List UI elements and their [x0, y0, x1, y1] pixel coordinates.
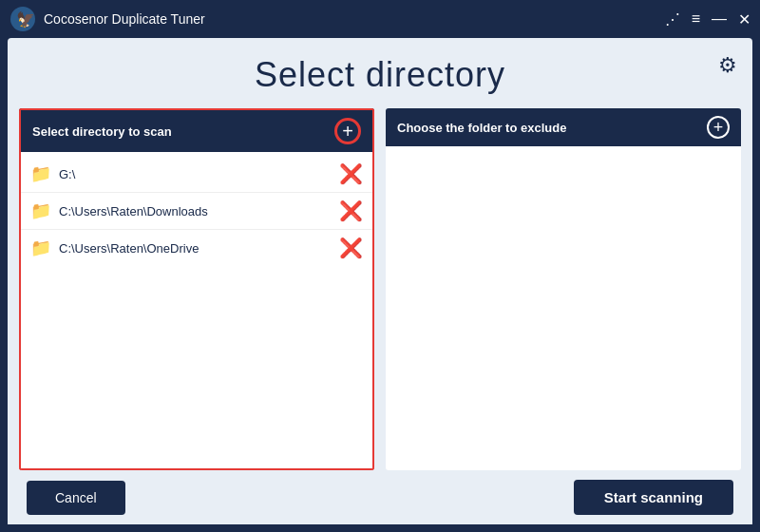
add-icon: +	[342, 122, 353, 141]
panels-row: 1 Select directory to scan + 📁 G:\ ❌ 📁	[8, 108, 752, 470]
directory-path: C:\Users\Raten\OneDrive	[59, 241, 332, 256]
directory-path: G:\	[59, 167, 332, 181]
add-scan-directory-button[interactable]: +	[334, 118, 361, 144]
scan-panel-title: Select directory to scan	[32, 124, 172, 139]
title-bar: 🦅 Cocosenor Duplicate Tuner ⋰ ≡ — ✕	[0, 0, 760, 38]
settings-gear-icon[interactable]: ⚙	[718, 53, 737, 78]
page-title-row: Select directory ⚙	[8, 38, 752, 104]
menu-icon[interactable]: ≡	[692, 10, 700, 28]
remove-directory-button[interactable]: ❌	[339, 162, 363, 185]
exclude-directory-list	[386, 146, 741, 470]
close-icon[interactable]: ✕	[738, 10, 750, 28]
folder-icon: 📁	[30, 163, 51, 184]
svg-text:🦅: 🦅	[16, 10, 35, 28]
remove-directory-button[interactable]: ❌	[339, 200, 363, 222]
share-icon[interactable]: ⋰	[665, 10, 680, 28]
list-item: 📁 C:\Users\Raten\OneDrive ❌	[21, 230, 372, 266]
exclude-panel-header: Choose the folder to exclude +	[386, 108, 741, 146]
list-item: 📁 C:\Users\Raten\Downloads ❌	[21, 193, 372, 230]
add-exclude-directory-button[interactable]: +	[707, 116, 730, 139]
callout-1: 1	[339, 108, 346, 110]
start-scanning-button[interactable]: Start scanning	[574, 480, 733, 515]
app-logo: 🦅	[10, 6, 36, 32]
page-title: Select directory	[255, 55, 505, 95]
add-icon: +	[713, 119, 724, 136]
directory-path: C:\Users\Raten\Downloads	[59, 204, 332, 218]
cancel-button[interactable]: Cancel	[27, 481, 125, 515]
bottom-bar: Cancel Start scanning	[8, 470, 752, 524]
exclude-directory-panel: Choose the folder to exclude +	[386, 108, 741, 470]
list-item: 📁 G:\ ❌	[21, 156, 372, 193]
scan-directory-list: 📁 G:\ ❌ 📁 C:\Users\Raten\Downloads ❌ 📁 C…	[19, 152, 374, 470]
minimize-icon[interactable]: —	[712, 10, 727, 28]
window-controls: ⋰ ≡ — ✕	[665, 10, 750, 28]
remove-directory-button[interactable]: ❌	[339, 237, 363, 259]
folder-icon: 📁	[30, 238, 51, 258]
exclude-panel-title: Choose the folder to exclude	[397, 121, 566, 135]
scan-directory-panel: 1 Select directory to scan + 📁 G:\ ❌ 📁	[19, 108, 374, 470]
folder-icon: 📁	[30, 200, 51, 221]
scan-panel-header: Select directory to scan +	[19, 108, 374, 152]
main-content: Select directory ⚙ 1 Select directory to…	[8, 38, 752, 524]
app-title: Cocosenor Duplicate Tuner	[44, 11, 665, 27]
